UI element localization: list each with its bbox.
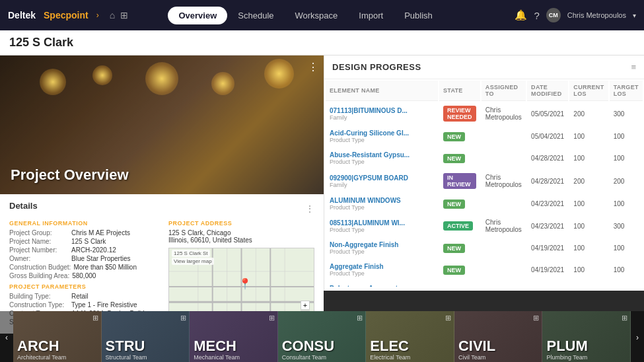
table-row: Aggregate Finish Product Type NEW 04/19/… — [326, 260, 643, 280]
team-card[interactable]: ⊞ PLUM Plumbing Team — [542, 311, 631, 362]
team-card-info-icon[interactable]: ⊞ — [180, 314, 186, 322]
details-menu-icon[interactable]: ⋮ — [305, 203, 314, 214]
target-los-cell: 300 — [610, 215, 643, 236]
logo-arrow: › — [96, 11, 99, 20]
team-card[interactable]: ⊞ MECH Mechanical Team — [190, 311, 278, 362]
current-los-cell: 100 — [569, 148, 608, 168]
table-row: Polystyrene Aggregate ... Product Type N… — [326, 281, 643, 287]
user-chevron[interactable]: ▾ — [633, 12, 636, 19]
team-card[interactable]: ⊞ CONSU Consultant Team — [278, 311, 367, 362]
home-icon[interactable]: ⌂ — [110, 10, 115, 20]
element-type: Product Type — [330, 159, 434, 165]
image-menu-icon[interactable]: ⋮ — [308, 61, 318, 73]
target-los-cell: 100 — [610, 260, 643, 280]
state-cell: ACTIVE — [439, 215, 480, 236]
assigned-cell: Chris Metropoulos — [482, 215, 526, 236]
element-name[interactable]: ALUMINUM WINDOWS — [330, 197, 434, 204]
assigned-cell — [482, 281, 526, 287]
table-header: ELEMENT NAME STATE ASSIGNED TO DATE MODI… — [326, 81, 643, 101]
state-cell: NEW — [439, 260, 480, 280]
element-name-cell: Non-Aggregate Finish Product Type — [326, 238, 438, 258]
team-card-info-icon[interactable]: ⊞ — [269, 314, 275, 322]
element-name[interactable]: 085113|ALUMINUM WI... — [330, 219, 434, 227]
team-card-info-icon[interactable]: ⊞ — [445, 314, 451, 322]
filter-icon[interactable]: ≡ — [631, 62, 636, 72]
team-card-content: PLUM Plumbing Team — [542, 336, 630, 362]
date-cell: 04/23/2021 — [527, 215, 568, 236]
date-cell: 05/05/2021 — [527, 102, 568, 125]
state-cell: NEW — [439, 281, 480, 287]
element-name[interactable]: Acid-Curing Silicone Gl... — [330, 129, 434, 137]
right-panel: DESIGN PROGRESS ≡ ELEMENT NAME STATE ASS… — [324, 55, 644, 291]
table-row: 071113|BITUMINOUS D... Family REVIEW NEE… — [326, 102, 643, 125]
element-name[interactable]: 071113|BITUMINOUS D... — [330, 107, 434, 114]
bell-icon[interactable]: 🔔 — [515, 9, 527, 21]
address-col: PROJECT ADDRESS 125 S Clark, Chicago Ill… — [168, 216, 314, 327]
element-type: Family — [330, 114, 434, 121]
element-name[interactable]: Non-Aggregate Finish — [330, 241, 434, 248]
target-los-cell: 100 — [610, 148, 643, 168]
team-full-name: Mechanical Team — [194, 354, 273, 361]
main-nav: Overview Schedule Workspace Import Publi… — [168, 7, 443, 24]
team-abbreviation: CONSU — [282, 339, 362, 353]
state-badge: NEW — [443, 244, 465, 253]
current-los-cell: 200 — [569, 102, 608, 125]
nav-overview[interactable]: Overview — [168, 7, 227, 24]
element-type: Product Type — [330, 227, 434, 233]
page-title-bar: 125 S Clark — [0, 30, 644, 55]
team-card[interactable]: ⊞ ELEC Electrical Team — [366, 311, 454, 362]
team-abbreviation: ARCH — [17, 339, 97, 353]
general-info-col: GENERAL INFORMATION Project Group: Chris… — [9, 216, 155, 327]
team-card-info-icon[interactable]: ⊞ — [357, 314, 363, 322]
date-cell: 04/19/2021 — [527, 238, 568, 258]
project-params-label: PROJECT PARAMETERS — [9, 283, 155, 290]
col-target-los: TARGET LOS — [610, 81, 643, 101]
teams-list: ⊞ ARCH Architectural Team ⊞ STRU Structu… — [13, 311, 631, 362]
element-name[interactable]: Polystyrene Aggregate ... — [330, 285, 434, 287]
col-current-los: CURRENT LOS — [569, 81, 608, 101]
map-pin: 📍 — [238, 277, 252, 290]
map-sublabel: View larger map — [172, 258, 214, 265]
nav-import[interactable]: Import — [348, 7, 394, 24]
element-type: Product Type — [330, 204, 434, 211]
help-icon[interactable]: ? — [534, 10, 539, 21]
team-card-info-icon[interactable]: ⊞ — [622, 314, 627, 322]
element-type: Family — [330, 182, 434, 188]
date-cell: 05/04/2021 — [527, 126, 568, 147]
detail-row: Construction Type: Type 1 - Fire Resisti… — [9, 301, 155, 308]
carousel-left-arrow[interactable]: ‹ — [0, 311, 13, 362]
logo-deltek: Deltek — [8, 10, 36, 20]
state-badge: ACTIVE — [443, 221, 473, 231]
team-card-info-icon[interactable]: ⊞ — [533, 314, 539, 322]
team-card[interactable]: ⊞ STRU Structural Team — [102, 311, 190, 362]
assigned-cell: Chris Metropoulos — [482, 102, 526, 125]
team-abbreviation: STRU — [106, 339, 186, 353]
element-name-cell: ALUMINUM WINDOWS Product Type — [326, 194, 438, 214]
carousel-right-arrow[interactable]: › — [631, 311, 644, 362]
assigned-cell — [482, 260, 526, 280]
teams-carousel: ‹ ⊞ ARCH Architectural Team ⊞ STRU Struc… — [0, 311, 644, 362]
assigned-cell: Chris Metropoulos — [482, 170, 526, 192]
element-name-cell: 071113|BITUMINOUS D... Family — [326, 102, 438, 125]
state-badge: NEW — [443, 266, 465, 275]
col-state: STATE — [439, 81, 480, 101]
element-name-cell: 085113|ALUMINUM WI... Product Type — [326, 215, 438, 236]
nav-workspace[interactable]: Workspace — [285, 7, 349, 24]
grid-icon[interactable]: ⊞ — [120, 10, 128, 20]
team-card[interactable]: ⊞ CIVIL Civil Team — [454, 311, 543, 362]
element-name[interactable]: Abuse-Resistant Gypsu... — [330, 151, 434, 159]
team-card-info-icon[interactable]: ⊞ — [92, 314, 98, 322]
nav-publish[interactable]: Publish — [394, 7, 443, 24]
team-card[interactable]: ⊞ ARCH Architectural Team — [13, 311, 102, 362]
element-name[interactable]: Aggregate Finish — [330, 263, 434, 270]
col-date-modified: DATE MODIFIED — [527, 81, 568, 101]
user-name: Chris Metropoulos — [567, 11, 626, 19]
detail-row: Project Number: ARCH-2020.12 — [9, 246, 155, 254]
nav-schedule[interactable]: Schedule — [227, 7, 284, 24]
zoom-in[interactable]: + — [301, 301, 310, 310]
state-cell: NEW — [439, 238, 480, 258]
date-cell: 04/28/2021 — [527, 148, 568, 168]
element-name[interactable]: 092900|GYPSUM BOARD — [330, 174, 434, 182]
map-label: 125 S Clark St — [172, 250, 210, 257]
detail-row: Project Group: Chris M AE Projects — [9, 229, 155, 236]
